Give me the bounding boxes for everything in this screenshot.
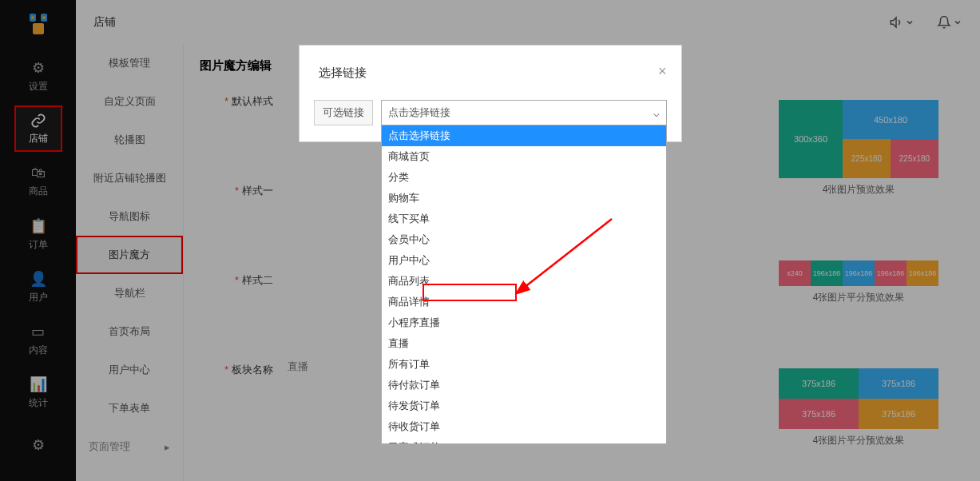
close-icon[interactable]: × bbox=[658, 63, 667, 80]
select-option[interactable]: 直播 bbox=[382, 333, 666, 354]
select-option[interactable]: 会员中心 bbox=[382, 229, 666, 250]
select-display[interactable]: 点击选择链接 ⌵ bbox=[381, 100, 667, 125]
select-option[interactable]: 待付款订单 bbox=[382, 375, 666, 396]
select-option[interactable]: 用户中心 bbox=[382, 250, 666, 271]
select-option[interactable]: 已完成订单 bbox=[382, 437, 666, 444]
select-option[interactable]: 待发货订单 bbox=[382, 396, 666, 416]
select-option[interactable]: 线下买单 bbox=[382, 209, 666, 229]
select-option[interactable]: 点击选择链接 bbox=[382, 125, 666, 146]
modal-mask[interactable]: 选择链接 × 可选链接 点击选择链接 ⌵ 点击选择链接商城首页分类购物车线下买单… bbox=[0, 0, 980, 481]
select-dropdown[interactable]: 点击选择链接商城首页分类购物车线下买单会员中心用户中心商品列表商品详情小程序直播… bbox=[381, 125, 667, 444]
select-option[interactable]: 分类 bbox=[382, 167, 666, 188]
select-option[interactable]: 商城首页 bbox=[382, 146, 666, 167]
chevron-down-icon: ⌵ bbox=[653, 107, 660, 119]
modal-title: 选择链接 bbox=[300, 46, 681, 100]
select-option[interactable]: 小程序直播 bbox=[382, 312, 666, 333]
select-option[interactable]: 商品列表 bbox=[382, 271, 666, 292]
select-option[interactable]: 待收货订单 bbox=[382, 416, 666, 437]
select-option[interactable]: 商品详情 bbox=[382, 292, 666, 312]
link-type-button[interactable]: 可选链接 bbox=[314, 100, 373, 125]
select-option[interactable]: 购物车 bbox=[382, 188, 666, 209]
select-option[interactable]: 所有订单 bbox=[382, 354, 666, 375]
modal: 选择链接 × 可选链接 点击选择链接 ⌵ 点击选择链接商城首页分类购物车线下买单… bbox=[299, 45, 682, 142]
link-select[interactable]: 点击选择链接 ⌵ 点击选择链接商城首页分类购物车线下买单会员中心用户中心商品列表… bbox=[381, 100, 667, 125]
